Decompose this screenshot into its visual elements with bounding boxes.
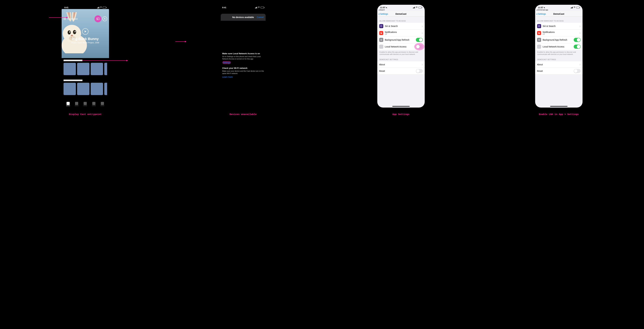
phone-lna-enabled: 11:57➤ ◂ DemoCast app Settings DemoCast …: [535, 5, 582, 108]
toggle-reset[interactable]: [574, 69, 581, 73]
caption: Enable LNA in App > Settings: [539, 113, 578, 116]
wifi-icon: [100, 6, 102, 9]
chevron-right-icon: [422, 31, 423, 35]
content-tile[interactable]: [64, 83, 76, 95]
play-button[interactable]: [82, 28, 88, 35]
location-icon: ➤: [543, 7, 546, 9]
tabbar: [62, 102, 109, 106]
status-icons: [255, 6, 264, 9]
toggle-bg-refresh[interactable]: [416, 38, 423, 42]
wifi-icon: [258, 6, 260, 9]
chevron-right-icon: [422, 25, 423, 28]
navbar: Settings DemoCast: [535, 11, 582, 17]
svg-point-14: [381, 26, 382, 27]
cell-notifications[interactable]: Notifications Off: [377, 30, 425, 37]
location-icon: ➤: [385, 7, 388, 9]
svg-point-13: [380, 25, 382, 27]
content-tile[interactable]: [64, 63, 76, 75]
cell-bg-refresh[interactable]: Background App Refresh: [377, 37, 425, 43]
cell-label: Siri & Search: [385, 25, 422, 27]
info-heading-wifi: Check your Wi-Fi network: [222, 67, 264, 69]
statusbar: 11:57➤: [377, 5, 425, 9]
content-tile[interactable]: [104, 63, 107, 75]
toggle-reset[interactable]: [416, 69, 423, 73]
learn-more-link[interactable]: Learn more: [222, 76, 233, 78]
cell-reset[interactable]: Reset: [535, 68, 582, 75]
chevron-right-icon: [422, 63, 423, 66]
info-heading-lna: Make sure Local Network Access is on: [222, 52, 264, 55]
toggle-lna[interactable]: [416, 45, 423, 49]
content-tile[interactable]: [77, 63, 90, 75]
hero-subtitle: Peach Open Movie Project, 2008: [62, 42, 109, 44]
tab-item[interactable]: [66, 102, 70, 106]
grey-app-icon: [379, 45, 383, 49]
svg-point-19: [538, 25, 540, 27]
cell-label: Background App Refresh: [543, 39, 574, 41]
content-tile[interactable]: [91, 83, 103, 95]
toggle-bg-refresh[interactable]: [574, 38, 581, 42]
cell-lna[interactable]: Local Network Access: [377, 43, 425, 50]
wifi-icon: [416, 6, 418, 9]
breadcrumb[interactable]: ◂ Search: [377, 9, 425, 11]
tab-item[interactable]: [100, 102, 104, 106]
tab-item[interactable]: [83, 102, 87, 106]
cast-icon: [96, 18, 100, 20]
content-tile[interactable]: [104, 83, 107, 95]
cell-label: Local Network Access: [543, 45, 574, 48]
cell-siri[interactable]: Siri & Search: [535, 23, 582, 30]
menu-icon[interactable]: [64, 18, 66, 20]
cast-button[interactable]: [94, 15, 102, 22]
phone-no-devices: 9:41 No devices available Cancel Make su…: [220, 5, 267, 108]
chevron-right-icon: [580, 63, 581, 66]
section-header-access: Allow DemoCast to Access: [377, 17, 425, 23]
cell-about[interactable]: About: [535, 61, 582, 68]
cell-reset[interactable]: Reset: [377, 68, 425, 75]
cell-bg-refresh[interactable]: Background App Refresh: [535, 37, 582, 43]
sheet-header: No devices available Cancel: [221, 14, 266, 21]
notifications-icon: [379, 31, 383, 35]
info-text-wifi: Make sure your device and the Cast devic…: [222, 70, 264, 75]
cell-lna[interactable]: Local Network Access: [535, 43, 582, 50]
profile-button[interactable]: [102, 17, 107, 21]
hero-title: Big Buck Bunny: [62, 37, 109, 41]
section-header-app: DemoCast Settings: [535, 55, 582, 61]
chevron-right-icon: [580, 25, 581, 28]
cell-siri[interactable]: Siri & Search: [377, 23, 425, 30]
signal-icon: [571, 7, 573, 9]
cell-notifications[interactable]: Notifications Off: [535, 30, 582, 37]
clock: 9:41: [64, 6, 68, 9]
content-tile[interactable]: [91, 63, 103, 75]
tray-section-1: [62, 58, 109, 75]
toggle-lna[interactable]: [574, 45, 581, 49]
caption: App Settings: [392, 113, 409, 116]
app-title: DemoCast: [67, 18, 94, 20]
tab-item[interactable]: [92, 102, 96, 106]
lna-note: Enabled to allow this app permission to …: [377, 50, 425, 55]
svg-point-20: [538, 26, 540, 27]
tab-item[interactable]: [75, 102, 78, 106]
breadcrumb[interactable]: ◂ DemoCast app: [535, 9, 582, 11]
siri-icon: [537, 24, 541, 28]
navbar: Settings DemoCast: [377, 11, 425, 17]
cell-label: Reset: [379, 70, 416, 72]
nav-title: DemoCast: [396, 13, 406, 15]
siri-icon: [379, 24, 383, 28]
signal-icon: [413, 7, 415, 9]
back-button[interactable]: Settings: [378, 13, 388, 15]
statusbar: 9:41: [220, 5, 267, 9]
back-button[interactable]: Settings: [536, 13, 546, 15]
cell-label: Reset: [537, 70, 574, 72]
clock: 11:57➤: [538, 6, 545, 9]
cell-label: Background App Refresh: [385, 39, 416, 41]
cell-about[interactable]: About: [377, 61, 425, 68]
settings-link[interactable]: Settings: [222, 61, 231, 64]
content-tile[interactable]: [77, 83, 90, 95]
caption: Display Cast entrypoint: [69, 113, 102, 116]
hero-section: DemoCast Big Buck Bunny Peach Open Movie…: [62, 9, 109, 58]
caption: Devices unavailable: [230, 113, 256, 116]
svg-point-18: [381, 40, 382, 40]
tray-section-2: [62, 78, 109, 95]
notifications-icon: [537, 31, 541, 35]
cancel-button[interactable]: Cancel: [257, 16, 264, 19]
grey-app-icon: [537, 45, 541, 49]
